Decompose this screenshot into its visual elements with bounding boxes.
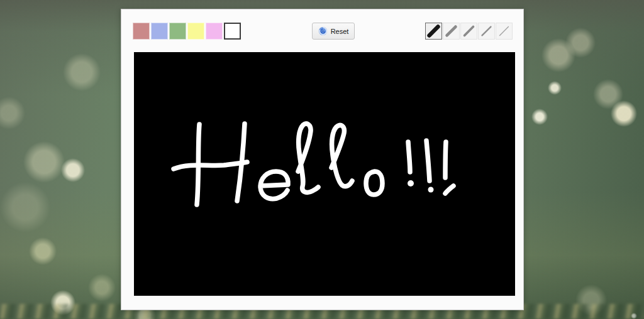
drawing-stroke [260, 171, 288, 199]
brush-size-5-button[interactable] [496, 23, 513, 40]
brush-size-2-button[interactable] [443, 23, 460, 40]
hello-drawing [134, 52, 515, 296]
brush-size-4-button[interactable] [478, 23, 495, 40]
drawing-stroke [366, 171, 382, 195]
reset-button[interactable]: Reset [312, 23, 355, 40]
color-swatch-green[interactable] [169, 23, 186, 40]
drawing-stroke [445, 142, 446, 178]
brush-size-1-button[interactable] [425, 23, 442, 40]
diagonal-stroke-icon [496, 23, 512, 39]
color-swatch-pink[interactable] [206, 23, 223, 40]
color-swatch-white[interactable] [224, 23, 241, 40]
brush-size-picker [425, 23, 513, 40]
diagonal-stroke-icon [461, 23, 477, 39]
color-palette [133, 23, 241, 40]
reset-button-label: Reset [331, 28, 349, 35]
diagonal-stroke-icon [443, 23, 459, 39]
drawing-canvas[interactable] [134, 52, 515, 296]
diagonal-stroke-icon [426, 23, 441, 39]
color-swatch-yellow[interactable] [187, 23, 204, 40]
cyclone-swirl-icon [318, 26, 328, 36]
diagonal-stroke-icon [479, 23, 494, 39]
drawing-stroke [174, 162, 247, 169]
color-swatch-blue[interactable] [151, 23, 168, 40]
brush-size-3-button[interactable] [460, 23, 477, 40]
desktop-background: Reset [0, 0, 644, 319]
drawing-stroke [426, 141, 430, 181]
drawing-stroke [298, 124, 318, 192]
drawing-dot [428, 187, 434, 193]
drawing-stroke [408, 142, 410, 172]
drawing-dot [408, 180, 414, 187]
drawing-stroke [445, 186, 453, 193]
color-swatch-red[interactable] [133, 23, 150, 40]
paint-window: Reset [121, 9, 524, 310]
drawing-stroke [331, 125, 352, 186]
